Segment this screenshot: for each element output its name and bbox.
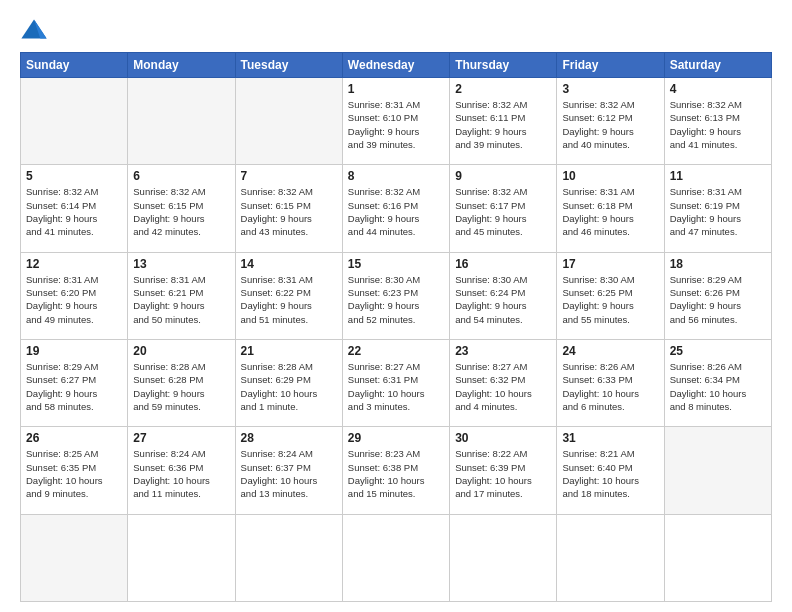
calendar-cell: 22Sunrise: 8:27 AMSunset: 6:31 PMDayligh… [342, 339, 449, 426]
day-info: Sunrise: 8:32 AMSunset: 6:12 PMDaylight:… [562, 98, 658, 151]
calendar-cell: 13Sunrise: 8:31 AMSunset: 6:21 PMDayligh… [128, 252, 235, 339]
calendar-cell: 23Sunrise: 8:27 AMSunset: 6:32 PMDayligh… [450, 339, 557, 426]
calendar-cell: 4Sunrise: 8:32 AMSunset: 6:13 PMDaylight… [664, 78, 771, 165]
calendar-cell: 20Sunrise: 8:28 AMSunset: 6:28 PMDayligh… [128, 339, 235, 426]
day-info: Sunrise: 8:31 AMSunset: 6:18 PMDaylight:… [562, 185, 658, 238]
calendar-row: 26Sunrise: 8:25 AMSunset: 6:35 PMDayligh… [21, 427, 772, 514]
day-info: Sunrise: 8:30 AMSunset: 6:24 PMDaylight:… [455, 273, 551, 326]
calendar-cell: 18Sunrise: 8:29 AMSunset: 6:26 PMDayligh… [664, 252, 771, 339]
day-number: 5 [26, 169, 122, 183]
day-info: Sunrise: 8:28 AMSunset: 6:28 PMDaylight:… [133, 360, 229, 413]
calendar-cell [342, 514, 449, 601]
calendar-row: 12Sunrise: 8:31 AMSunset: 6:20 PMDayligh… [21, 252, 772, 339]
calendar-cell: 31Sunrise: 8:21 AMSunset: 6:40 PMDayligh… [557, 427, 664, 514]
logo-icon [20, 16, 48, 44]
calendar-cell [664, 514, 771, 601]
day-info: Sunrise: 8:29 AMSunset: 6:26 PMDaylight:… [670, 273, 766, 326]
day-number: 15 [348, 257, 444, 271]
weekday-header-tuesday: Tuesday [235, 53, 342, 78]
calendar-table: SundayMondayTuesdayWednesdayThursdayFrid… [20, 52, 772, 602]
day-info: Sunrise: 8:24 AMSunset: 6:36 PMDaylight:… [133, 447, 229, 500]
calendar-row: 1Sunrise: 8:31 AMSunset: 6:10 PMDaylight… [21, 78, 772, 165]
day-info: Sunrise: 8:32 AMSunset: 6:11 PMDaylight:… [455, 98, 551, 151]
calendar-cell [21, 514, 128, 601]
day-info: Sunrise: 8:31 AMSunset: 6:22 PMDaylight:… [241, 273, 337, 326]
calendar-cell: 16Sunrise: 8:30 AMSunset: 6:24 PMDayligh… [450, 252, 557, 339]
day-number: 22 [348, 344, 444, 358]
weekday-header-row: SundayMondayTuesdayWednesdayThursdayFrid… [21, 53, 772, 78]
calendar-row [21, 514, 772, 601]
day-number: 19 [26, 344, 122, 358]
calendar-cell: 19Sunrise: 8:29 AMSunset: 6:27 PMDayligh… [21, 339, 128, 426]
day-number: 14 [241, 257, 337, 271]
calendar-cell [128, 514, 235, 601]
calendar-cell: 5Sunrise: 8:32 AMSunset: 6:14 PMDaylight… [21, 165, 128, 252]
weekday-header-thursday: Thursday [450, 53, 557, 78]
day-info: Sunrise: 8:25 AMSunset: 6:35 PMDaylight:… [26, 447, 122, 500]
day-number: 6 [133, 169, 229, 183]
day-number: 11 [670, 169, 766, 183]
calendar-cell: 9Sunrise: 8:32 AMSunset: 6:17 PMDaylight… [450, 165, 557, 252]
day-number: 26 [26, 431, 122, 445]
day-number: 1 [348, 82, 444, 96]
calendar-cell: 10Sunrise: 8:31 AMSunset: 6:18 PMDayligh… [557, 165, 664, 252]
weekday-header-friday: Friday [557, 53, 664, 78]
day-info: Sunrise: 8:32 AMSunset: 6:14 PMDaylight:… [26, 185, 122, 238]
day-info: Sunrise: 8:22 AMSunset: 6:39 PMDaylight:… [455, 447, 551, 500]
day-number: 12 [26, 257, 122, 271]
calendar-cell: 7Sunrise: 8:32 AMSunset: 6:15 PMDaylight… [235, 165, 342, 252]
day-info: Sunrise: 8:21 AMSunset: 6:40 PMDaylight:… [562, 447, 658, 500]
day-number: 29 [348, 431, 444, 445]
day-info: Sunrise: 8:30 AMSunset: 6:23 PMDaylight:… [348, 273, 444, 326]
calendar-cell [450, 514, 557, 601]
day-info: Sunrise: 8:26 AMSunset: 6:34 PMDaylight:… [670, 360, 766, 413]
header [20, 16, 772, 44]
calendar-cell [557, 514, 664, 601]
logo [20, 16, 52, 44]
day-info: Sunrise: 8:28 AMSunset: 6:29 PMDaylight:… [241, 360, 337, 413]
day-info: Sunrise: 8:27 AMSunset: 6:32 PMDaylight:… [455, 360, 551, 413]
day-number: 30 [455, 431, 551, 445]
day-number: 18 [670, 257, 766, 271]
calendar-cell: 8Sunrise: 8:32 AMSunset: 6:16 PMDaylight… [342, 165, 449, 252]
day-info: Sunrise: 8:26 AMSunset: 6:33 PMDaylight:… [562, 360, 658, 413]
weekday-header-wednesday: Wednesday [342, 53, 449, 78]
day-number: 27 [133, 431, 229, 445]
calendar-cell: 12Sunrise: 8:31 AMSunset: 6:20 PMDayligh… [21, 252, 128, 339]
day-number: 2 [455, 82, 551, 96]
day-number: 20 [133, 344, 229, 358]
day-number: 16 [455, 257, 551, 271]
weekday-header-saturday: Saturday [664, 53, 771, 78]
calendar-row: 19Sunrise: 8:29 AMSunset: 6:27 PMDayligh… [21, 339, 772, 426]
calendar-row: 5Sunrise: 8:32 AMSunset: 6:14 PMDaylight… [21, 165, 772, 252]
day-number: 9 [455, 169, 551, 183]
day-number: 25 [670, 344, 766, 358]
page: SundayMondayTuesdayWednesdayThursdayFrid… [0, 0, 792, 612]
day-info: Sunrise: 8:31 AMSunset: 6:10 PMDaylight:… [348, 98, 444, 151]
calendar-cell [664, 427, 771, 514]
calendar-cell: 17Sunrise: 8:30 AMSunset: 6:25 PMDayligh… [557, 252, 664, 339]
calendar-cell: 26Sunrise: 8:25 AMSunset: 6:35 PMDayligh… [21, 427, 128, 514]
calendar-cell: 28Sunrise: 8:24 AMSunset: 6:37 PMDayligh… [235, 427, 342, 514]
day-number: 17 [562, 257, 658, 271]
calendar-cell: 30Sunrise: 8:22 AMSunset: 6:39 PMDayligh… [450, 427, 557, 514]
day-number: 13 [133, 257, 229, 271]
day-number: 24 [562, 344, 658, 358]
day-info: Sunrise: 8:32 AMSunset: 6:15 PMDaylight:… [133, 185, 229, 238]
calendar-cell: 14Sunrise: 8:31 AMSunset: 6:22 PMDayligh… [235, 252, 342, 339]
day-info: Sunrise: 8:32 AMSunset: 6:17 PMDaylight:… [455, 185, 551, 238]
day-number: 21 [241, 344, 337, 358]
calendar-cell [21, 78, 128, 165]
calendar-cell: 24Sunrise: 8:26 AMSunset: 6:33 PMDayligh… [557, 339, 664, 426]
calendar-cell: 1Sunrise: 8:31 AMSunset: 6:10 PMDaylight… [342, 78, 449, 165]
day-info: Sunrise: 8:30 AMSunset: 6:25 PMDaylight:… [562, 273, 658, 326]
calendar-cell: 25Sunrise: 8:26 AMSunset: 6:34 PMDayligh… [664, 339, 771, 426]
day-info: Sunrise: 8:29 AMSunset: 6:27 PMDaylight:… [26, 360, 122, 413]
calendar-cell: 2Sunrise: 8:32 AMSunset: 6:11 PMDaylight… [450, 78, 557, 165]
day-info: Sunrise: 8:23 AMSunset: 6:38 PMDaylight:… [348, 447, 444, 500]
weekday-header-monday: Monday [128, 53, 235, 78]
day-number: 23 [455, 344, 551, 358]
day-info: Sunrise: 8:31 AMSunset: 6:21 PMDaylight:… [133, 273, 229, 326]
day-number: 4 [670, 82, 766, 96]
day-number: 3 [562, 82, 658, 96]
